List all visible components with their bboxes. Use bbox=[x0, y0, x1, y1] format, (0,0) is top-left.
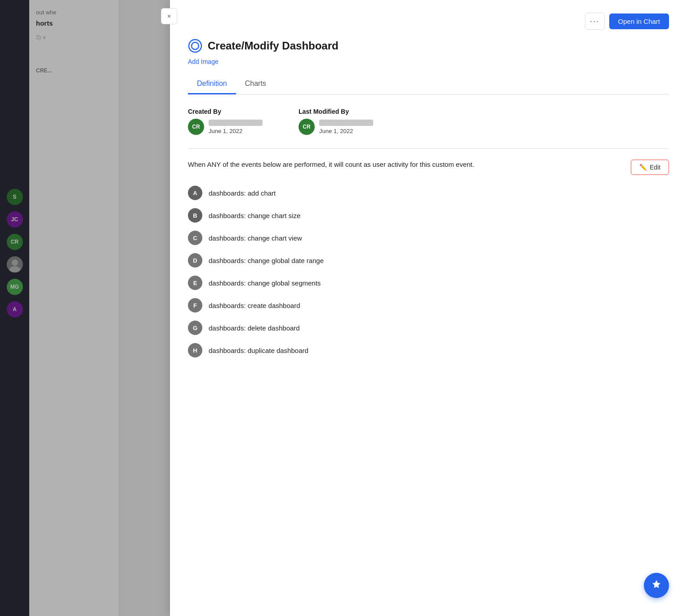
event-text-e: dashboards: change global segments bbox=[209, 279, 321, 287]
more-options-button[interactable]: ··· bbox=[585, 13, 605, 30]
dashboard-icon bbox=[188, 39, 202, 53]
modifier-avatar: CR bbox=[299, 119, 315, 135]
fab-button[interactable]: ✦ bbox=[644, 573, 669, 598]
edit-button-label: Edit bbox=[650, 164, 660, 171]
open-in-chart-button[interactable]: Open in Chart bbox=[609, 13, 669, 29]
event-badge-a: A bbox=[188, 186, 202, 200]
event-list: A dashboards: add chart B dashboards: ch… bbox=[188, 186, 669, 357]
event-text-f: dashboards: create dashboard bbox=[209, 302, 300, 309]
creator-info: June 1, 2022 bbox=[209, 120, 263, 134]
modified-by-label: Last Modified By bbox=[299, 108, 373, 115]
event-text-b: dashboards: change chart size bbox=[209, 212, 300, 219]
list-item: A dashboards: add chart bbox=[188, 186, 669, 200]
creator-name-bar bbox=[209, 120, 263, 126]
event-badge-e: E bbox=[188, 276, 202, 290]
modifier-date: June 1, 2022 bbox=[319, 128, 373, 134]
list-item: C dashboards: change chart view bbox=[188, 231, 669, 245]
event-text-c: dashboards: change chart view bbox=[209, 234, 302, 242]
creator-date: June 1, 2022 bbox=[209, 128, 263, 134]
event-badge-f: F bbox=[188, 298, 202, 312]
list-item: G dashboards: delete dashboard bbox=[188, 321, 669, 335]
event-text-g: dashboards: delete dashboard bbox=[209, 324, 300, 332]
modal-title-row: Create/Modify Dashboard bbox=[188, 39, 669, 53]
list-item: F dashboards: create dashboard bbox=[188, 298, 669, 312]
modal-title: Create/Modify Dashboard bbox=[208, 40, 339, 52]
event-badge-c: C bbox=[188, 231, 202, 245]
event-text-d: dashboards: change global date range bbox=[209, 257, 324, 264]
edit-button[interactable]: ✏️ Edit bbox=[631, 160, 669, 175]
list-item: E dashboards: change global segments bbox=[188, 276, 669, 290]
modal-body: Created By CR June 1, 2022 Last Modified… bbox=[170, 94, 687, 616]
modifier-name-bar bbox=[319, 120, 373, 126]
event-badge-g: G bbox=[188, 321, 202, 335]
add-image-link[interactable]: Add Image bbox=[188, 58, 219, 65]
list-item: B dashboards: change chart size bbox=[188, 208, 669, 223]
event-badge-d: D bbox=[188, 253, 202, 268]
event-text-h: dashboards: duplicate dashboard bbox=[209, 347, 308, 354]
top-actions: ··· Open in Chart bbox=[188, 13, 669, 30]
events-description: When ANY of the events below are perform… bbox=[188, 160, 474, 170]
created-by-label: Created By bbox=[188, 108, 263, 115]
tab-definition[interactable]: Definition bbox=[188, 74, 236, 94]
svg-text:✦: ✦ bbox=[653, 580, 660, 589]
svg-point-3 bbox=[192, 42, 199, 49]
modal-panel: × ··· Open in Chart Create/Modify Dashbo… bbox=[170, 0, 687, 616]
events-header: When ANY of the events below are perform… bbox=[188, 160, 669, 175]
creator-avatar: CR bbox=[188, 119, 204, 135]
meta-row: Created By CR June 1, 2022 Last Modified… bbox=[188, 108, 669, 135]
event-badge-b: B bbox=[188, 208, 202, 223]
tab-charts[interactable]: Charts bbox=[236, 74, 275, 94]
list-item: D dashboards: change global date range bbox=[188, 253, 669, 268]
list-item: H dashboards: duplicate dashboard bbox=[188, 343, 669, 357]
svg-point-2 bbox=[189, 40, 201, 52]
modifier-row: CR June 1, 2022 bbox=[299, 119, 373, 135]
modal-tabs: Definition Charts bbox=[188, 74, 669, 94]
section-divider bbox=[188, 148, 669, 149]
modifier-info: June 1, 2022 bbox=[319, 120, 373, 134]
fab-icon: ✦ bbox=[651, 578, 662, 593]
modal-header: ··· Open in Chart Create/Modify Dashboar… bbox=[170, 0, 687, 94]
creator-row: CR June 1, 2022 bbox=[188, 119, 263, 135]
created-by-block: Created By CR June 1, 2022 bbox=[188, 108, 263, 135]
modified-by-block: Last Modified By CR June 1, 2022 bbox=[299, 108, 373, 135]
event-text-a: dashboards: add chart bbox=[209, 189, 276, 197]
event-badge-h: H bbox=[188, 343, 202, 357]
close-button[interactable]: × bbox=[161, 8, 177, 24]
edit-pencil-icon: ✏️ bbox=[639, 164, 647, 171]
